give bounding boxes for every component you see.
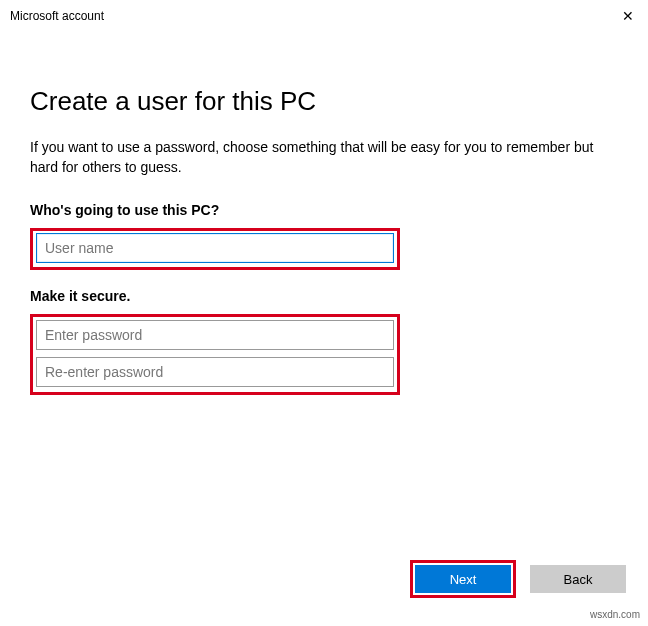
page-title: Create a user for this PC: [30, 86, 618, 117]
secure-section-label: Make it secure.: [30, 288, 618, 304]
footer-buttons: Next Back: [410, 560, 626, 598]
username-highlight: [30, 228, 400, 270]
password-highlight: [30, 314, 400, 395]
next-button-highlight: Next: [410, 560, 516, 598]
watermark: wsxdn.com: [590, 609, 640, 620]
back-button[interactable]: Back: [530, 565, 626, 593]
next-button[interactable]: Next: [415, 565, 511, 593]
reenter-password-input[interactable]: [36, 357, 394, 387]
page-description: If you want to use a password, choose so…: [30, 137, 618, 178]
username-input[interactable]: [36, 233, 394, 263]
window-title: Microsoft account: [10, 9, 104, 23]
password-input[interactable]: [36, 320, 394, 350]
content-area: Create a user for this PC If you want to…: [0, 32, 648, 395]
title-bar: Microsoft account ✕: [0, 0, 648, 32]
close-icon[interactable]: ✕: [602, 8, 636, 24]
username-section-label: Who's going to use this PC?: [30, 202, 618, 218]
